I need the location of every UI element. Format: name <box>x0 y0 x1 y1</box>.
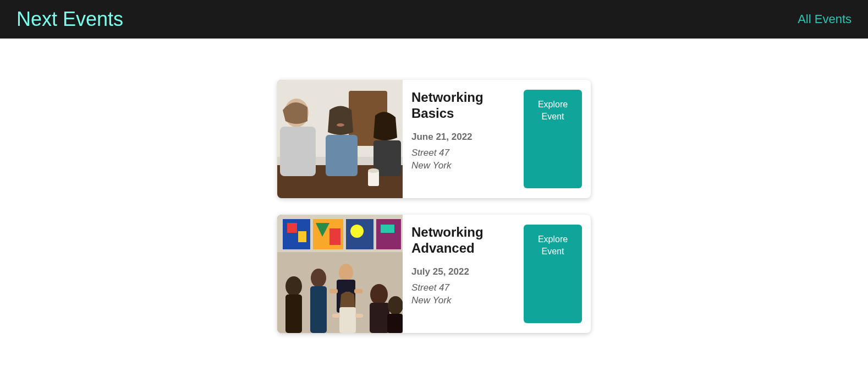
svg-rect-28 <box>310 286 327 333</box>
event-location: Street 47 New York <box>411 147 515 172</box>
event-title: Networking Advanced <box>411 225 515 257</box>
explore-event-button[interactable]: Explore Event <box>524 225 582 323</box>
event-date: June 21, 2022 <box>411 132 515 143</box>
svg-point-25 <box>285 276 302 296</box>
svg-rect-26 <box>285 294 302 333</box>
explore-event-label: Explore Event <box>538 99 568 123</box>
svg-point-27 <box>311 269 326 287</box>
svg-point-21 <box>350 225 364 238</box>
explore-event-button[interactable]: Explore Event <box>524 90 582 188</box>
svg-rect-15 <box>287 223 297 233</box>
event-image <box>277 215 403 333</box>
event-card: Networking Basics June 21, 2022 Street 4… <box>277 80 591 198</box>
svg-rect-7 <box>326 135 358 176</box>
svg-rect-5 <box>280 127 316 176</box>
svg-rect-11 <box>368 171 379 186</box>
svg-rect-19 <box>329 228 340 245</box>
svg-point-37 <box>370 284 388 305</box>
svg-rect-32 <box>354 289 362 293</box>
event-image <box>277 80 403 198</box>
event-location: Street 47 New York <box>411 282 515 307</box>
page-title: Next Events <box>17 8 123 31</box>
all-events-link[interactable]: All Events <box>798 12 851 26</box>
event-title: Networking Basics <box>411 90 515 122</box>
svg-rect-16 <box>298 231 306 242</box>
svg-rect-36 <box>355 314 363 318</box>
svg-rect-34 <box>339 307 356 333</box>
explore-event-label: Explore Event <box>538 233 568 258</box>
svg-rect-35 <box>332 314 340 318</box>
svg-rect-31 <box>329 289 338 293</box>
page-header: Next Events All Events <box>0 0 868 39</box>
svg-point-8 <box>337 123 344 127</box>
svg-point-29 <box>339 264 353 281</box>
svg-point-39 <box>388 296 403 315</box>
svg-rect-22 <box>376 219 401 249</box>
svg-rect-40 <box>387 314 403 333</box>
svg-point-12 <box>368 168 379 173</box>
event-card: Networking Advanced July 25, 2022 Street… <box>277 215 591 333</box>
event-info: Networking Basics June 21, 2022 Street 4… <box>403 80 524 198</box>
svg-rect-23 <box>381 225 394 233</box>
events-list: Networking Basics June 21, 2022 Street 4… <box>0 39 868 371</box>
event-date: July 25, 2022 <box>411 266 515 277</box>
svg-rect-38 <box>370 303 389 333</box>
event-info: Networking Advanced July 25, 2022 Street… <box>403 215 524 333</box>
